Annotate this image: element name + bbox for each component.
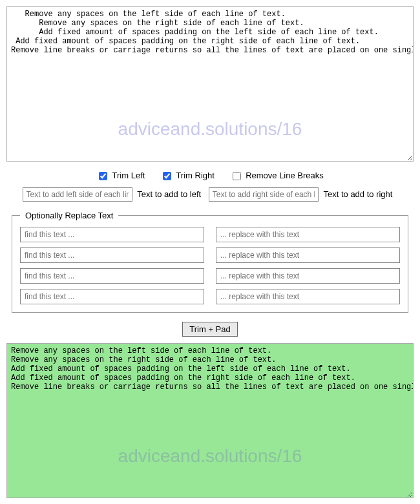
- find-input-2[interactable]: [20, 268, 204, 284]
- find-input-3[interactable]: [20, 289, 204, 304]
- find-input-0[interactable]: [20, 227, 204, 242]
- pad-right-label: Text to add to right: [323, 189, 392, 199]
- remove-breaks-label[interactable]: Remove Line Breaks: [230, 171, 324, 180]
- trim-right-label[interactable]: Trim Right: [160, 171, 216, 180]
- replace-fieldset: Optionally Replace Text: [12, 211, 408, 313]
- output-textarea[interactable]: [6, 343, 414, 498]
- trim-pad-button[interactable]: Trim + Pad: [182, 322, 237, 337]
- padding-row: Text to add to left Text to add to right: [6, 187, 414, 202]
- trim-left-text: Trim Left: [112, 171, 145, 180]
- replace-input-2[interactable]: [216, 268, 400, 284]
- replace-legend: Optionally Replace Text: [20, 211, 118, 220]
- replace-input-3[interactable]: [216, 289, 400, 304]
- trim-left-label[interactable]: Trim Left: [96, 171, 147, 180]
- remove-breaks-text: Remove Line Breaks: [246, 171, 324, 180]
- trim-right-checkbox[interactable]: [163, 172, 171, 180]
- replace-input-1[interactable]: [216, 247, 400, 263]
- replace-input-0[interactable]: [216, 227, 400, 242]
- remove-breaks-checkbox[interactable]: [233, 172, 241, 180]
- pad-right-input[interactable]: [209, 187, 319, 202]
- trim-left-checkbox[interactable]: [99, 172, 107, 180]
- pad-left-input[interactable]: [23, 187, 132, 202]
- find-input-1[interactable]: [20, 247, 204, 263]
- input-textarea[interactable]: [6, 6, 414, 162]
- trim-right-text: Trim Right: [176, 171, 214, 180]
- action-row: Trim + Pad: [6, 322, 414, 337]
- pad-left-label: Text to add to left: [137, 189, 201, 199]
- trim-options-row: Trim Left Trim Right Remove Line Breaks: [6, 170, 414, 182]
- replace-grid: [20, 227, 400, 304]
